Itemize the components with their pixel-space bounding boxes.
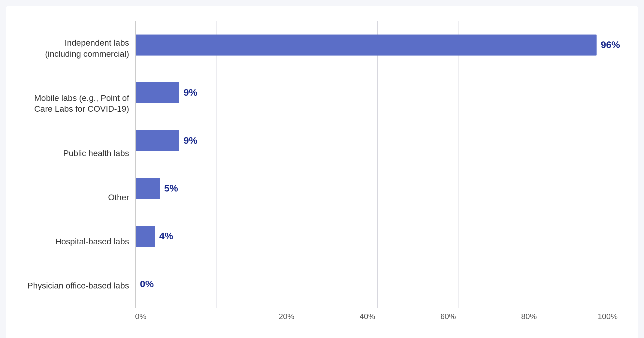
chart-area: Independent labs(including commercial)Mo… <box>24 21 620 326</box>
x-tick-0: 0% <box>135 308 216 326</box>
bar-row-2: 9% <box>136 128 620 153</box>
x-tick-1: 20% <box>216 308 297 326</box>
bar-1 <box>136 82 179 103</box>
bar-label-2: Public health labs <box>24 145 129 162</box>
plot-area: 96%9%9%5%4%0% <box>135 21 620 308</box>
bar-value-1: 9% <box>183 87 197 98</box>
bar-row-0: 96% <box>136 32 620 58</box>
x-tick-3: 60% <box>378 308 458 326</box>
bar-row-5: 0% <box>136 271 620 297</box>
bar-label-0: Independent labs(including commercial) <box>24 35 129 62</box>
bar-value-0: 96% <box>601 39 620 50</box>
bar-label-3: Other <box>24 189 129 206</box>
bar-row-3: 5% <box>136 176 620 201</box>
bar-label-5: Physician office-based labs <box>24 277 129 294</box>
bars-rows: 96%9%9%5%4%0% <box>136 21 620 308</box>
bar-0 <box>136 35 597 56</box>
bar-value-5: 0% <box>140 279 154 290</box>
x-tick-4: 80% <box>458 308 539 326</box>
chart-container: Independent labs(including commercial)Mo… <box>6 6 638 338</box>
bar-row-1: 9% <box>136 80 620 106</box>
labels-column: Independent labs(including commercial)Mo… <box>24 21 135 308</box>
bar-value-3: 5% <box>164 183 178 194</box>
x-tick-5: 100% <box>539 308 620 326</box>
bars-section: Independent labs(including commercial)Mo… <box>24 21 620 308</box>
bar-2 <box>136 130 179 151</box>
bar-4 <box>136 226 155 247</box>
bar-label-4: Hospital-based labs <box>24 233 129 250</box>
bar-value-4: 4% <box>159 231 173 242</box>
bar-3 <box>136 178 160 199</box>
bar-value-2: 9% <box>183 135 197 146</box>
x-axis: 0%20%40%60%80%100% <box>135 308 620 326</box>
bar-label-1: Mobile labs (e.g., Point ofCare Labs for… <box>24 90 129 118</box>
x-tick-2: 40% <box>297 308 377 326</box>
bar-row-4: 4% <box>136 223 620 249</box>
